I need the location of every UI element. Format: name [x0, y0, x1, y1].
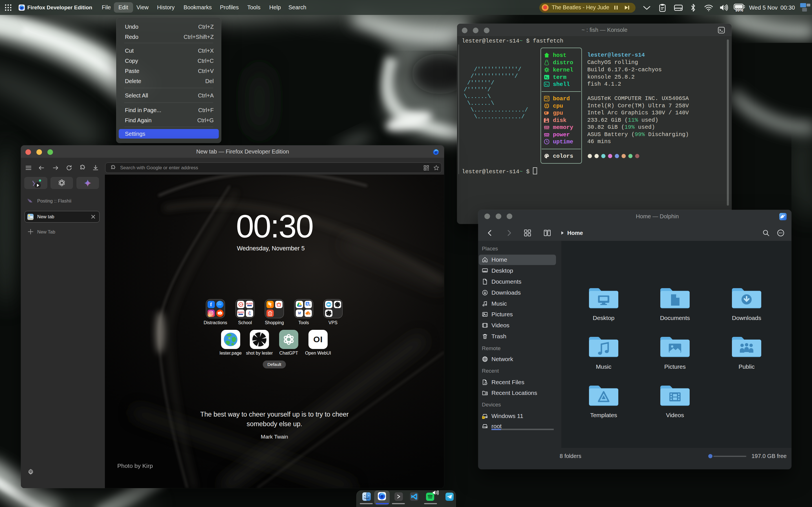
svg-text:G: G — [309, 304, 310, 306]
svg-text:文: 文 — [306, 302, 309, 305]
svg-text:S: S — [269, 313, 271, 315]
